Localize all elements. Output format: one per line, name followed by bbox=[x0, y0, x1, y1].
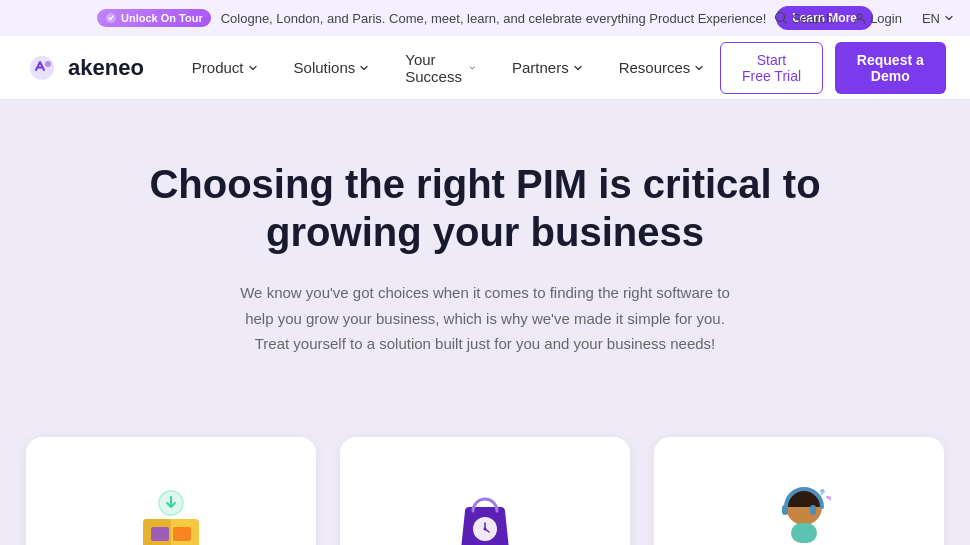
main-nav: akeneo Product Solutions Your Success Pa… bbox=[0, 36, 970, 100]
svg-rect-6 bbox=[151, 527, 169, 541]
enterprise-illustration-svg bbox=[749, 469, 849, 546]
chevron-down-icon bbox=[944, 13, 954, 23]
growth-edition-card: Akeneo PIM Growth Edition bbox=[340, 437, 630, 546]
nav-resources[interactable]: Resources bbox=[603, 51, 721, 84]
login-action[interactable]: Login bbox=[853, 11, 902, 26]
svg-rect-7 bbox=[173, 527, 191, 541]
growth-illustration bbox=[435, 469, 535, 546]
hero-section: Choosing the right PIM is critical to gr… bbox=[0, 100, 970, 397]
nav-links: Product Solutions Your Success Partners … bbox=[176, 43, 721, 93]
lang-selector[interactable]: EN bbox=[922, 11, 954, 26]
chevron-down-icon bbox=[469, 63, 476, 73]
chevron-down-icon bbox=[248, 63, 258, 73]
nav-solutions[interactable]: Solutions bbox=[278, 51, 386, 84]
chevron-down-icon bbox=[573, 63, 583, 73]
hero-title: Choosing the right PIM is critical to gr… bbox=[135, 160, 835, 256]
start-free-trial-button[interactable]: Start Free Trial bbox=[720, 42, 822, 94]
chevron-down-icon bbox=[359, 63, 369, 73]
nav-your-success[interactable]: Your Success bbox=[389, 43, 492, 93]
logo-text: akeneo bbox=[68, 55, 144, 81]
enterprise-edition-card: Akeneo PIM Enterprise Edition bbox=[654, 437, 944, 546]
chevron-down-icon bbox=[694, 63, 704, 73]
nav-partners[interactable]: Partners bbox=[496, 51, 599, 84]
svg-rect-12 bbox=[791, 523, 817, 543]
growth-illustration-svg bbox=[435, 469, 535, 546]
nav-actions: Start Free Trial Request a Demo bbox=[720, 42, 946, 94]
user-icon bbox=[853, 12, 866, 25]
search-action[interactable]: Search bbox=[774, 11, 833, 26]
logo[interactable]: akeneo bbox=[24, 50, 144, 86]
svg-rect-13 bbox=[782, 505, 788, 515]
search-icon bbox=[774, 11, 788, 25]
svg-rect-14 bbox=[810, 505, 816, 515]
hero-description: We know you've got choices when it comes… bbox=[235, 280, 735, 357]
banner-badge: Unlock On Tour bbox=[97, 9, 211, 27]
community-illustration bbox=[121, 469, 221, 546]
cards-section: Akeneo PIM Community Edition Akeneo PIM … bbox=[0, 397, 970, 546]
svg-point-3 bbox=[45, 61, 51, 67]
enterprise-illustration bbox=[749, 469, 849, 546]
banner-message: Cologne, London, and Paris. Come, meet, … bbox=[221, 11, 767, 26]
banner-right-actions: Search Login EN bbox=[774, 11, 954, 26]
logo-icon bbox=[24, 50, 60, 86]
nav-product[interactable]: Product bbox=[176, 51, 274, 84]
community-edition-card: Akeneo PIM Community Edition bbox=[26, 437, 316, 546]
community-illustration-svg bbox=[121, 469, 221, 546]
request-demo-button[interactable]: Request a Demo bbox=[835, 42, 946, 94]
top-banner: Unlock On Tour Cologne, London, and Pari… bbox=[0, 0, 970, 36]
